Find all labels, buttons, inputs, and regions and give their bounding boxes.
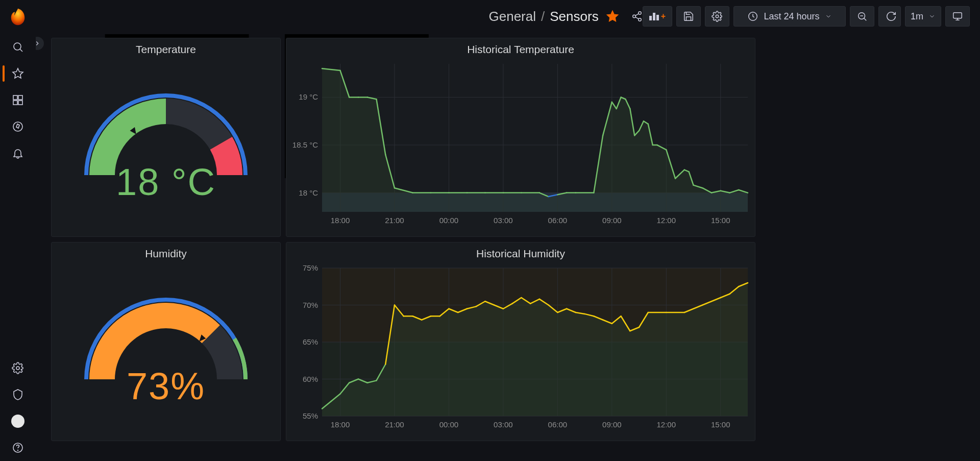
chevron-down-icon (928, 13, 936, 20)
panel-humidity-gauge[interactable]: Humidity 73% (51, 242, 281, 441)
svg-text:55%: 55% (303, 411, 318, 420)
dashboards-nav[interactable] (3, 88, 33, 112)
refresh-interval-label: 1m (911, 11, 923, 22)
refresh-interval-picker[interactable]: 1m (905, 6, 941, 27)
breadcrumb-title[interactable]: Sensors (550, 9, 598, 25)
svg-point-13 (638, 12, 641, 15)
zoom-out-button[interactable] (850, 6, 874, 27)
save-dashboard-button[interactable] (676, 6, 701, 27)
svg-text:65%: 65% (303, 337, 318, 346)
svg-text:15:00: 15:00 (711, 420, 730, 429)
svg-rect-3 (13, 101, 17, 105)
dashboard-grid: Temperature 18 °C Historical Temperature… (41, 33, 980, 461)
svg-point-0 (14, 43, 21, 50)
cycle-view-mode-button[interactable] (945, 6, 970, 27)
svg-text:06:00: 06:00 (548, 420, 568, 429)
star-dashboard-button[interactable] (606, 10, 619, 23)
starred-nav[interactable] (3, 61, 33, 86)
svg-text:60%: 60% (303, 375, 318, 383)
svg-text:21:00: 21:00 (385, 420, 404, 429)
svg-text:06:00: 06:00 (548, 216, 568, 225)
add-panel-button[interactable]: + (643, 6, 672, 27)
configuration-nav[interactable] (3, 356, 33, 380)
svg-text:00:00: 00:00 (439, 216, 459, 225)
svg-text:18 °C: 18 °C (299, 188, 318, 197)
svg-point-16 (716, 15, 719, 18)
breadcrumb: General / Sensors (489, 9, 599, 25)
svg-text:09:00: 09:00 (602, 420, 622, 429)
svg-text:21:00: 21:00 (385, 216, 404, 225)
svg-text:09:00: 09:00 (602, 216, 622, 225)
svg-text:15:00: 15:00 (711, 216, 730, 225)
panel-title[interactable]: Temperature (52, 38, 280, 59)
server-admin-nav[interactable] (3, 382, 33, 407)
svg-text:70%: 70% (303, 301, 318, 309)
temperature-gauge-value: 18 °C (116, 160, 216, 204)
svg-point-6 (16, 367, 19, 370)
svg-point-5 (13, 122, 22, 131)
refresh-button[interactable] (878, 6, 901, 27)
svg-text:19 °C: 19 °C (299, 92, 318, 101)
clock-icon (747, 11, 758, 22)
add-panel-icon: + (649, 12, 666, 20)
time-range-picker[interactable]: Last 24 hours (733, 6, 846, 27)
help-nav[interactable] (3, 435, 33, 460)
panel-title[interactable]: Historical Humidity (286, 242, 755, 263)
grafana-logo[interactable] (8, 7, 28, 27)
svg-point-8 (18, 450, 18, 451)
sidebar-nav (0, 0, 36, 461)
svg-rect-4 (18, 101, 22, 105)
historical-humidity-svg: 55%60%65%70%75%18:0021:0000:0003:0006:00… (286, 263, 755, 436)
svg-rect-2 (18, 95, 22, 100)
svg-point-15 (638, 18, 641, 21)
breadcrumb-separator: / (541, 9, 545, 25)
breadcrumb-folder[interactable]: General (489, 9, 536, 25)
panel-title[interactable]: Humidity (52, 242, 280, 263)
panel-historical-temperature[interactable]: Historical Temperature 18 °C18.5 °C19 °C… (286, 38, 755, 237)
panel-historical-humidity[interactable]: Historical Humidity 55%60%65%70%75%18:00… (286, 242, 755, 441)
svg-text:18.5 °C: 18.5 °C (292, 140, 318, 149)
search-button[interactable] (3, 35, 33, 59)
avatar-icon (11, 415, 24, 428)
svg-text:12:00: 12:00 (657, 420, 676, 429)
explore-nav[interactable] (3, 114, 33, 139)
svg-text:00:00: 00:00 (439, 420, 459, 429)
panel-title[interactable]: Historical Temperature (286, 38, 755, 59)
svg-rect-19 (953, 13, 962, 18)
humidity-gauge-value: 73% (127, 365, 205, 408)
chevron-down-icon (825, 13, 832, 20)
svg-text:18:00: 18:00 (331, 420, 350, 429)
topbar: General / Sensors + Last 24 hours (41, 0, 980, 33)
alerting-nav[interactable] (3, 141, 33, 165)
svg-text:18:00: 18:00 (331, 216, 350, 225)
dashboard-settings-button[interactable] (705, 6, 729, 27)
svg-point-14 (632, 15, 635, 18)
time-range-label: Last 24 hours (764, 11, 819, 22)
historical-temperature-svg: 18 °C18.5 °C19 °C18:0021:0000:0003:0006:… (286, 59, 755, 232)
svg-text:75%: 75% (303, 263, 318, 272)
svg-text:12:00: 12:00 (657, 216, 676, 225)
svg-text:03:00: 03:00 (494, 420, 513, 429)
share-dashboard-button[interactable] (631, 11, 643, 22)
svg-text:03:00: 03:00 (494, 216, 513, 225)
panel-temperature-gauge[interactable]: Temperature 18 °C (51, 38, 281, 237)
user-profile[interactable] (3, 409, 33, 433)
svg-rect-1 (13, 95, 17, 100)
